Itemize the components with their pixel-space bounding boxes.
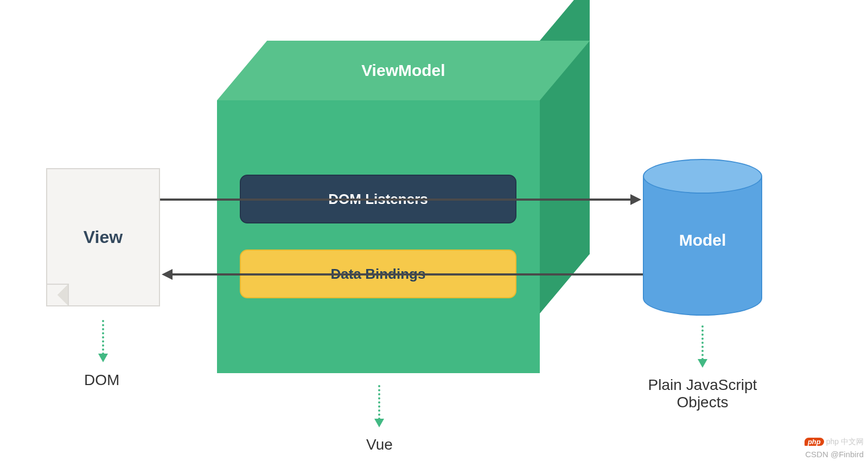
viewmodel-title: ViewModel [361,61,445,80]
viewmodel-caption: Vue [366,436,393,453]
view-caption: DOM [84,372,119,389]
dotted-arrow-viewmodel-head-icon [374,419,384,427]
dotted-arrow-view [102,320,104,355]
arrow-head-left-icon [162,269,173,280]
cylinder-top [643,159,762,194]
cube-front-face [217,100,540,373]
arrow-head-right-icon [630,194,641,205]
php-badge-icon: php [805,438,824,446]
dotted-arrow-model-head-icon [698,359,707,368]
arrow-view-to-model [160,199,632,201]
mvvm-diagram: View ViewModel DOM Listeners Data Bindin… [0,0,868,461]
view-block: View [46,168,160,306]
arrow-model-to-view [173,273,643,276]
watermark-bottom: CSDN @Finbird [805,450,864,459]
cube-top-face: ViewModel [217,41,590,100]
model-block: Model [643,176,762,298]
dotted-arrow-view-head-icon [98,354,108,362]
view-title: View [84,227,123,247]
watermark-top: phpphp 中文网 [805,437,864,447]
dotted-arrow-viewmodel [378,385,380,420]
watermark-text-1: php 中文网 [826,437,864,446]
model-caption: Plain JavaScript Objects [627,376,778,411]
model-title: Model [679,231,726,249]
dotted-arrow-model [701,325,704,360]
